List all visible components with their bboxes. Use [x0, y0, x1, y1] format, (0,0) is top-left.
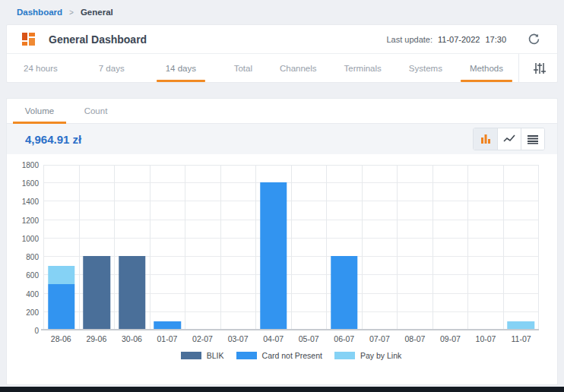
x-tick-label: 09-07	[433, 330, 468, 343]
chart-column	[221, 166, 257, 330]
bar-card-not-present[interactable]	[48, 284, 74, 330]
chart-legend: BLIKCard not PresentPay by Link	[16, 343, 539, 369]
line-chart-view-button[interactable]	[497, 128, 521, 150]
total-volume-amount: 4,964.91 zł	[25, 133, 81, 146]
tab-terminals[interactable]: Terminals	[332, 54, 394, 82]
tab-channels[interactable]: Channels	[268, 54, 329, 82]
legend-item-pay-by-link[interactable]: Pay by Link	[334, 351, 401, 360]
legend-item-card-not-present[interactable]: Card not Present	[236, 351, 322, 360]
tab-methods[interactable]: Methods	[458, 54, 515, 82]
last-update-label: Last update:	[386, 35, 433, 44]
y-tick-label: 0	[34, 327, 39, 335]
x-tick-label: 05-07	[291, 330, 327, 343]
tab-24-hours[interactable]: 24 hours	[11, 54, 70, 82]
legend-item-blik[interactable]: BLIK	[181, 351, 224, 360]
chart-column	[327, 166, 363, 330]
chart-column	[468, 166, 504, 330]
subtab-count[interactable]: Count	[68, 99, 124, 123]
y-axis: 020040060080010001200140016001800	[16, 165, 43, 330]
chart-column	[503, 166, 539, 330]
tabbar-divider	[518, 54, 519, 82]
breadcrumb-separator: >	[69, 8, 74, 17]
legend-label: Pay by Link	[360, 351, 401, 360]
y-tick-label: 200	[26, 308, 39, 317]
refresh-icon	[528, 33, 540, 46]
bar-card-not-present[interactable]	[331, 256, 357, 330]
x-tick-label: 08-07	[398, 330, 433, 343]
x-tick-label: 28-06	[43, 330, 79, 343]
y-tick-label: 1400	[22, 198, 39, 206]
x-tick-label: 29-06	[79, 330, 115, 343]
table-view-button[interactable]	[521, 128, 544, 150]
summary-row: 4,964.91 zł	[7, 124, 557, 154]
breadcrumb-dashboard-link[interactable]: Dashboard	[17, 8, 62, 17]
legend-swatch	[236, 352, 257, 359]
bottom-edge-bar	[0, 387, 564, 392]
chart-column	[292, 166, 328, 330]
bar-blik[interactable]	[84, 256, 110, 330]
y-tick-label: 800	[26, 253, 39, 261]
chart-column	[151, 166, 186, 330]
chart-column	[256, 166, 292, 330]
table-icon	[528, 134, 538, 144]
chart-area: 020040060080010001200140016001800 28-062…	[7, 154, 557, 384]
chart-column	[433, 166, 469, 330]
bar-chart-icon	[480, 134, 491, 144]
x-tick-label: 11-07	[503, 330, 539, 343]
tab-14-days[interactable]: 14 days	[154, 54, 208, 82]
breadcrumb: Dashboard > General	[0, 0, 564, 24]
last-update-date: 11-07-2022	[438, 35, 480, 44]
bar-card-not-present[interactable]	[260, 182, 287, 330]
x-tick-label: 07-07	[362, 330, 398, 343]
y-tick-label: 1200	[22, 217, 39, 225]
chart-column	[185, 166, 221, 330]
breadcrumb-current: General	[81, 8, 113, 17]
chart-column	[44, 166, 80, 330]
chart-column	[398, 166, 433, 330]
metric-subtabs: Volume Count	[7, 99, 557, 124]
x-tick-label: 03-07	[220, 330, 256, 343]
y-tick-label: 1000	[22, 235, 39, 243]
plot-area	[43, 165, 539, 330]
subtab-volume[interactable]: Volume	[11, 99, 68, 123]
chart-column	[80, 166, 116, 330]
x-axis-baseline	[41, 329, 539, 330]
chart-column	[363, 166, 398, 330]
x-tick-label: 10-07	[468, 330, 504, 343]
sliders-icon	[533, 62, 547, 75]
x-tick-label: 04-07	[255, 330, 291, 343]
main-tabbar: 24 hours 7 days 14 days Total Channels T…	[7, 53, 557, 82]
header-card: General Dashboard Last update: 11-07-202…	[6, 24, 558, 83]
chart-view-toggle	[473, 128, 545, 150]
bar-blik[interactable]	[119, 256, 145, 330]
x-tick-label: 30-06	[114, 330, 150, 343]
page-title: General Dashboard	[49, 33, 147, 46]
refresh-button[interactable]	[524, 30, 543, 49]
x-axis: 28-0629-0630-0601-0702-0703-0704-0705-07…	[43, 330, 539, 343]
chart-column	[115, 166, 151, 330]
dashboard-tiles-icon	[22, 33, 35, 46]
last-update-time: 17:30	[485, 35, 506, 44]
legend-swatch	[334, 352, 355, 359]
tab-total[interactable]: Total	[222, 54, 265, 82]
y-tick-label: 1600	[22, 179, 39, 188]
y-tick-label: 600	[26, 271, 39, 280]
line-chart-icon	[503, 134, 515, 144]
x-tick-label: 06-07	[327, 330, 363, 343]
legend-swatch	[181, 352, 201, 359]
legend-label: Card not Present	[262, 351, 322, 360]
legend-label: BLIK	[207, 351, 224, 360]
y-tick-label: 1800	[22, 161, 39, 169]
filter-settings-button[interactable]	[522, 54, 557, 82]
dashboard-panel: Volume Count 4,964.91 zł	[6, 98, 558, 385]
x-tick-label: 02-07	[185, 330, 220, 343]
bar-chart-view-button[interactable]	[474, 128, 497, 150]
y-tick-label: 400	[26, 290, 39, 299]
x-tick-label: 01-07	[150, 330, 185, 343]
tab-systems[interactable]: Systems	[397, 54, 455, 82]
tab-7-days[interactable]: 7 days	[87, 54, 137, 82]
bar-pay-by-link[interactable]	[48, 266, 74, 284]
